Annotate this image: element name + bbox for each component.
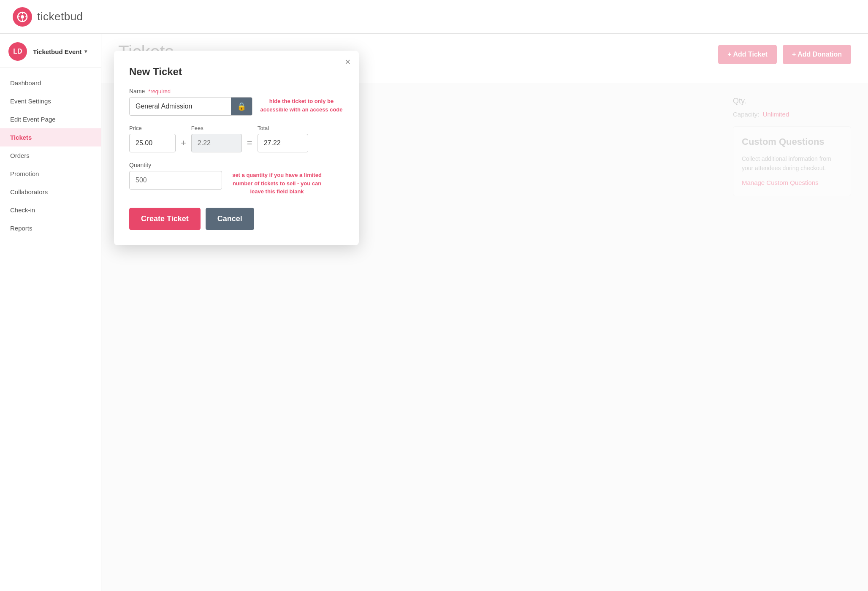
plus-operator: + (181, 129, 186, 149)
total-label: Total (258, 125, 308, 131)
total-col: Total (258, 125, 308, 152)
name-row: 🔒 hide the ticket to only be accessible … (129, 97, 344, 116)
quantity-annotation: set a quantity if you have a limited num… (231, 171, 323, 196)
svg-point-1 (21, 15, 24, 19)
create-ticket-button[interactable]: Create Ticket (129, 208, 201, 230)
sidebar-nav: Dashboard Event Settings Edit Event Page… (0, 68, 101, 243)
modal-overlay: × New Ticket Name *required 🔒 (101, 34, 868, 591)
modal-title: New Ticket (129, 66, 344, 78)
top-header: ticketbud (0, 0, 868, 34)
quantity-input[interactable] (129, 171, 222, 190)
main-layout: LD Ticketbud Event ▾ Dashboard Event Set… (0, 34, 868, 591)
chevron-down-icon: ▾ (84, 49, 87, 54)
sidebar-item-promotion[interactable]: Promotion (0, 165, 101, 183)
quantity-row: set a quantity if you have a limited num… (129, 171, 344, 196)
price-col: Price (129, 125, 176, 152)
price-row: Price + Fees = Total (129, 125, 344, 152)
avatar: LD (8, 42, 27, 61)
sidebar: LD Ticketbud Event ▾ Dashboard Event Set… (0, 34, 101, 591)
content-area: Tickets Ticket Editor + Add Ticket + Add… (101, 34, 868, 591)
sidebar-user-area: LD Ticketbud Event ▾ (0, 34, 101, 68)
name-label: Name *required (129, 88, 344, 95)
price-input[interactable] (129, 134, 176, 152)
price-label: Price (129, 125, 176, 131)
name-form-group: Name *required 🔒 hide the ticket to only… (129, 88, 344, 116)
sidebar-item-check-in[interactable]: Check-in (0, 201, 101, 219)
modal-close-button[interactable]: × (345, 57, 350, 67)
sidebar-item-collaborators[interactable]: Collaborators (0, 183, 101, 201)
sidebar-item-edit-event-page[interactable]: Edit Event Page (0, 110, 101, 128)
sidebar-item-event-settings[interactable]: Event Settings (0, 92, 101, 110)
quantity-form-group: Quantity set a quantity if you have a li… (129, 162, 344, 196)
fees-label: Fees (191, 125, 242, 131)
sidebar-item-orders[interactable]: Orders (0, 146, 101, 165)
app-name: ticketbud (37, 10, 83, 23)
total-input (258, 134, 308, 152)
lock-button[interactable]: 🔒 (231, 98, 252, 115)
sidebar-item-dashboard[interactable]: Dashboard (0, 74, 101, 92)
cancel-button[interactable]: Cancel (206, 208, 254, 230)
quantity-label: Quantity (129, 162, 344, 168)
sidebar-item-tickets[interactable]: Tickets (0, 128, 101, 146)
lock-icon: 🔒 (237, 102, 246, 111)
name-required: *required (148, 88, 171, 95)
price-form-group: Price + Fees = Total (129, 125, 344, 152)
modal-actions: Create Ticket Cancel (129, 208, 344, 230)
name-input[interactable] (130, 98, 231, 115)
fees-col: Fees (191, 125, 242, 152)
sidebar-item-reports[interactable]: Reports (0, 219, 101, 237)
equals-operator: = (247, 129, 252, 149)
lock-annotation: hide the ticket to only be accessible wi… (259, 97, 344, 114)
new-ticket-modal: × New Ticket Name *required 🔒 (114, 51, 359, 245)
logo-icon (13, 7, 32, 27)
name-input-wrap: 🔒 (129, 97, 252, 116)
logo-area: ticketbud (13, 7, 83, 27)
event-name-label: Ticketbud Event (33, 48, 82, 55)
fees-input (191, 134, 242, 152)
event-name-dropdown[interactable]: Ticketbud Event ▾ (33, 48, 87, 55)
